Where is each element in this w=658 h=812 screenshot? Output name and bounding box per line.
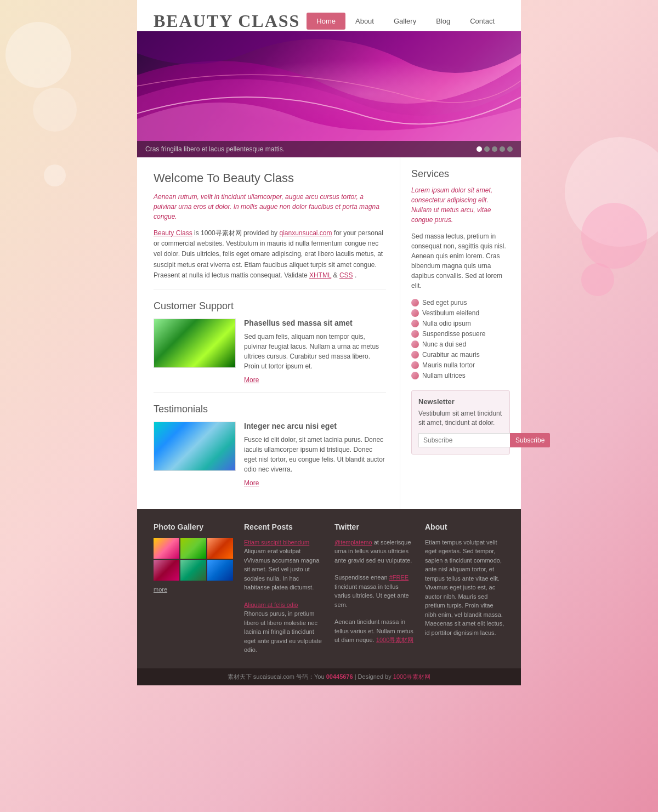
welcome-body-part4: .: [355, 271, 356, 279]
content-left: Welcome To Beauty Class Aenean rutrum, v…: [137, 157, 400, 509]
testimonial-card-body: Fusce id elit dolor, sit amet lacinia pu…: [244, 435, 386, 474]
service-item-3: Nulla odio ipsum: [411, 320, 510, 327]
bottom-bar: 素材天下 sucaisucai.com 号码：You 00445676 | De…: [137, 668, 521, 685]
post-2-link[interactable]: Aliquam at felis odio: [244, 601, 298, 608]
support-image: [154, 319, 236, 368]
welcome-body-part1: is 1000寻素材网 provided by: [194, 229, 279, 237]
hero-dot-2[interactable]: [484, 146, 490, 152]
designer-link[interactable]: 1000寻素材网: [393, 673, 430, 680]
service-item-7: Mauris nulla tortor: [411, 361, 510, 369]
gallery-cell-5[interactable]: [180, 560, 206, 581]
gallery-cell-1[interactable]: [154, 538, 179, 559]
footer-posts-title: Recent Posts: [244, 523, 324, 531]
welcome-body: Beauty Class is 1000寻素材网 provided by qia…: [154, 228, 386, 281]
hero-dots: [477, 146, 513, 152]
hero-caption-text: Cras fringilla libero et lacus pellentes…: [145, 145, 285, 153]
bg-decoration-circle-2: [33, 88, 77, 132]
welcome-title: Welcome To Beauty Class: [154, 171, 386, 185]
nav-blog[interactable]: Blog: [426, 13, 460, 30]
services-intro: Lorem ipsum dolor sit amet, consectetur …: [411, 185, 510, 225]
services-desc: Sed massa lectus, pretium in consequat n…: [411, 231, 510, 291]
divider-1: [154, 289, 386, 289]
bottom-bar-separator: | Designed by: [355, 673, 393, 680]
bg-decoration-circle-1: [5, 22, 71, 88]
footer-twitter: Twitter @templatemo at scelerisque urna …: [334, 523, 414, 655]
hero-dot-1[interactable]: [477, 146, 482, 152]
newsletter-form: Subscribe: [418, 433, 503, 447]
footer-photo-gallery: Photo Gallery more: [154, 523, 233, 655]
customer-support-block: Phasellus sed massa sit amet Sed quam fe…: [154, 319, 386, 384]
footer-tweet-3: Aenean tincidunt massa in tellus varius …: [334, 617, 414, 645]
hero-dot-3[interactable]: [492, 146, 497, 152]
testimonials-block: Integer nec arcu nisi eget Fusce id elit…: [154, 422, 386, 487]
hero-dot-4[interactable]: [500, 146, 505, 152]
tweet-2-pre: Suspendisse enean: [334, 574, 389, 581]
site-footer: Photo Gallery more Recent Posts Etiam su…: [137, 509, 521, 668]
tweet-free-link[interactable]: #FREE: [389, 574, 409, 581]
bottom-bar-number: 00445676: [326, 673, 353, 680]
footer-tweet-2: Suspendisse enean #FREE tincidunt massa …: [334, 573, 414, 609]
footer-about-text: Etiam tempus volutpat velit eget egestas…: [425, 538, 504, 638]
nav-contact[interactable]: Contact: [460, 13, 504, 30]
footer-recent-posts: Recent Posts Etiam suscipit bibendum Ali…: [244, 523, 324, 655]
gallery-grid: [154, 538, 233, 581]
tweet-1000-link[interactable]: 1000寻素材网: [376, 637, 413, 643]
gallery-cell-3[interactable]: [207, 538, 233, 559]
services-title: Services: [411, 168, 510, 180]
gallery-cell-4[interactable]: [154, 560, 179, 581]
bottom-bar-text: 素材天下 sucaisucai.com 号码：You: [228, 673, 325, 680]
xhtml-link[interactable]: XHTML: [309, 271, 331, 279]
nav-home[interactable]: Home: [307, 13, 345, 30]
newsletter-desc: Vestibulum sit amet tincidunt sit amet, …: [418, 409, 503, 428]
support-card-body: Sed quam felis, aliquam non tempor quis,…: [244, 332, 386, 371]
testimonials-title: Testimonials: [154, 404, 386, 415]
support-content: Phasellus sed massa sit amet Sed quam fe…: [244, 319, 386, 384]
twitter-handle[interactable]: @templatemo: [334, 539, 372, 546]
post-2-body: Rhoncus purus, in pretium libero ut libe…: [244, 610, 322, 653]
content-right: Services Lorem ipsum dolor sit amet, con…: [400, 157, 521, 509]
newsletter-submit-button[interactable]: Subscribe: [510, 433, 550, 447]
bg-decoration-circle-5: [581, 263, 614, 296]
css-link[interactable]: CSS: [339, 271, 353, 279]
customer-support-title: Customer Support: [154, 300, 386, 312]
hero-waves: [137, 31, 521, 157]
nav-gallery[interactable]: Gallery: [384, 13, 426, 30]
footer-post-2: Aliquam at felis odio Rhoncus purus, in …: [244, 600, 324, 655]
service-item-1: Sed eget purus: [411, 299, 510, 306]
beauty-class-link[interactable]: Beauty Class: [154, 229, 192, 237]
hero-banner: Cras fringilla libero et lacus pellentes…: [137, 31, 521, 157]
site-header: BEAUTY CLASS Home About Gallery Blog Con…: [137, 0, 521, 31]
testimonial-more-link[interactable]: More: [244, 479, 259, 487]
qianxunsucai-link[interactable]: qianxunsucai.com: [279, 229, 332, 237]
service-item-2: Vestibulum eleifend: [411, 309, 510, 317]
bg-decoration-circle-6: [44, 164, 66, 186]
main-content: Welcome To Beauty Class Aenean rutrum, v…: [137, 157, 521, 509]
service-item-5: Nunc a dui sed: [411, 340, 510, 348]
bg-decoration-circle-4: [581, 203, 647, 269]
testimonial-content: Integer nec arcu nisi eget Fusce id elit…: [244, 422, 386, 487]
service-item-4: Suspendisse posuere: [411, 330, 510, 338]
hero-caption: Cras fringilla libero et lacus pellentes…: [137, 141, 521, 157]
gallery-more-link[interactable]: more: [154, 586, 167, 593]
welcome-body-part3: &: [333, 271, 339, 279]
post-1-link[interactable]: Etiam suscipit bibendum: [244, 539, 309, 546]
service-item-8: Nullam ultrices: [411, 372, 510, 379]
newsletter-input[interactable]: [418, 433, 510, 447]
newsletter-title: Newsletter: [418, 398, 503, 406]
testimonial-card-title: Integer nec arcu nisi eget: [244, 422, 386, 430]
welcome-intro: Aenean rutrum, velit in tincidunt ullamc…: [154, 192, 386, 222]
gallery-cell-2[interactable]: [180, 538, 206, 559]
support-more-link[interactable]: More: [244, 376, 259, 384]
footer-post-1: Etiam suscipit bibendum Aliquam erat vol…: [244, 538, 324, 592]
main-nav: Home About Gallery Blog Contact: [307, 13, 504, 30]
newsletter-box: Newsletter Vestibulum sit amet tincidunt…: [411, 390, 510, 455]
post-1-body: Aliquam erat volutpat vVivamus accumsan …: [244, 548, 319, 590]
nav-about[interactable]: About: [345, 13, 384, 30]
footer-about: About Etiam tempus volutpat velit eget e…: [425, 523, 504, 655]
footer-twitter-title: Twitter: [334, 523, 414, 531]
service-item-6: Curabitur ac mauris: [411, 351, 510, 359]
gallery-cell-6[interactable]: [207, 560, 233, 581]
bg-decoration-circle-3: [565, 137, 658, 247]
hero-dot-5[interactable]: [507, 146, 513, 152]
tweet-2-post: tincidunt massa in tellus varius ultrici…: [334, 583, 409, 608]
